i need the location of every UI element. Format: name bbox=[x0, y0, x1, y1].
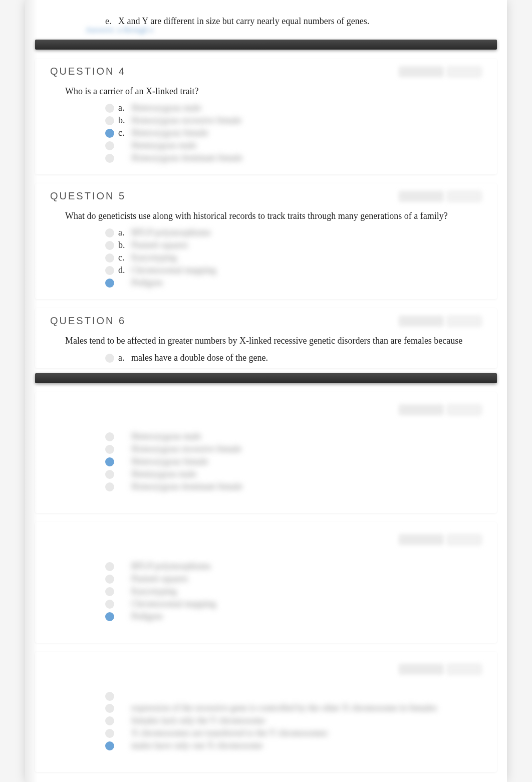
option-text: Heterozygous male bbox=[131, 103, 201, 113]
option-row[interactable]: Heterozygous female bbox=[35, 455, 497, 468]
question-prompt: Who is a carrier of an X-linked trait? bbox=[35, 82, 497, 102]
option-text: Karyotyping bbox=[131, 586, 177, 597]
points-chip bbox=[399, 316, 482, 327]
option-text: Hemizygous male bbox=[131, 469, 196, 479]
option-row[interactable]: Punnett squares bbox=[35, 573, 497, 585]
radio-icon[interactable] bbox=[105, 692, 114, 701]
radio-icon[interactable] bbox=[105, 741, 114, 750]
radio-icon[interactable] bbox=[105, 716, 114, 725]
page: e. X and Y are different in size but car… bbox=[25, 0, 507, 782]
option-text: Heterozygous female bbox=[131, 128, 208, 138]
option-text: Homozygous recessive female bbox=[131, 444, 241, 454]
option-row[interactable]: a.RFLP polymorphisms bbox=[35, 226, 497, 239]
radio-icon[interactable] bbox=[105, 279, 114, 288]
question-title: QUESTION 5 bbox=[50, 190, 126, 202]
question-prompt: What do geneticists use along with histo… bbox=[35, 207, 497, 226]
question-6: QUESTION 6 Males tend to be affected in … bbox=[35, 308, 497, 368]
radio-icon[interactable] bbox=[105, 470, 114, 479]
option-row[interactable]: c.Heterozygous female bbox=[35, 127, 497, 139]
option-text: Homozygous dominant female bbox=[131, 153, 242, 163]
save-blur bbox=[447, 316, 482, 327]
option-row[interactable] bbox=[35, 690, 497, 702]
radio-icon[interactable] bbox=[105, 266, 114, 275]
points-blur bbox=[399, 664, 444, 675]
options-list: expression of the recessive gene is cont… bbox=[35, 690, 497, 752]
points-chip bbox=[399, 404, 482, 415]
option-text: RFLP polymorphisms bbox=[131, 561, 211, 572]
option-row[interactable]: Chromosomal mapping bbox=[35, 598, 497, 610]
radio-icon[interactable] bbox=[105, 141, 114, 150]
radio-icon[interactable] bbox=[105, 241, 114, 250]
option-row[interactable]: RFLP polymorphisms bbox=[35, 560, 497, 573]
radio-icon[interactable] bbox=[105, 129, 114, 138]
question-title: QUESTION 4 bbox=[50, 66, 126, 77]
option-row[interactable]: c.Karyotyping bbox=[35, 251, 497, 264]
option-row[interactable]: Hemizygous male bbox=[35, 468, 497, 480]
radio-icon[interactable] bbox=[105, 600, 114, 609]
radio-icon[interactable] bbox=[105, 253, 114, 263]
option-text: Hemizygous male bbox=[131, 140, 196, 151]
option-row[interactable]: Homozygous recessive female bbox=[35, 443, 497, 455]
dup-block-7: Heterozygous maleHomozygous recessive fe… bbox=[35, 392, 497, 513]
option-text: expression of the recessive gene is cont… bbox=[131, 703, 437, 713]
save-blur bbox=[447, 191, 482, 202]
option-row[interactable]: females lack only the Y chromosome bbox=[35, 714, 497, 727]
radio-icon[interactable] bbox=[105, 116, 114, 125]
option-row[interactable]: Homozygous dominant female bbox=[35, 480, 497, 493]
points-chip bbox=[399, 191, 482, 202]
answers-link-blurred: Answers: a through e bbox=[25, 26, 507, 35]
radio-icon[interactable] bbox=[105, 704, 114, 713]
option-row[interactable]: Homozygous dominant female bbox=[35, 152, 497, 164]
option-text: Karyotyping bbox=[131, 252, 177, 263]
points-blur bbox=[399, 316, 444, 327]
option-row[interactable]: X chromosomes are transferred to the Y c… bbox=[35, 727, 497, 739]
option-row[interactable]: a.Heterozygous male bbox=[35, 102, 497, 114]
option-row[interactable]: Karyotyping bbox=[35, 585, 497, 598]
radio-icon[interactable] bbox=[105, 482, 114, 491]
radio-icon[interactable] bbox=[105, 154, 114, 163]
option-row[interactable]: Pedigree bbox=[35, 610, 497, 623]
question-title: QUESTION 6 bbox=[50, 315, 126, 327]
options-list: RFLP polymorphismsPunnett squaresKaryoty… bbox=[35, 560, 497, 623]
save-blur bbox=[447, 664, 482, 675]
radio-icon[interactable] bbox=[105, 432, 114, 441]
option-row[interactable]: Pedigree bbox=[35, 277, 497, 289]
points-chip bbox=[399, 664, 482, 675]
option-row[interactable]: Heterozygous male bbox=[35, 430, 497, 443]
radio-icon[interactable] bbox=[105, 562, 114, 571]
option-row[interactable]: a.males have a double dose of the gene. bbox=[35, 352, 497, 364]
options-list: Heterozygous maleHomozygous recessive fe… bbox=[35, 430, 497, 493]
option-text: Chromosomal mapping bbox=[131, 265, 216, 276]
radio-icon[interactable] bbox=[105, 575, 114, 584]
radio-icon[interactable] bbox=[105, 587, 114, 596]
option-row[interactable]: b.Punnett squares bbox=[35, 239, 497, 251]
option-text: X and Y are different in size but carry … bbox=[118, 16, 369, 27]
option-letter: a. bbox=[118, 353, 128, 363]
radio-icon[interactable] bbox=[105, 228, 114, 237]
option-text: Pedigree bbox=[131, 611, 163, 622]
option-text: males have only one X chromosome bbox=[131, 740, 262, 751]
separator-bar bbox=[35, 40, 497, 50]
option-row[interactable]: b.Homozygous recessive female bbox=[35, 114, 497, 127]
question-header: QUESTION 4 bbox=[35, 59, 497, 82]
option-row[interactable]: d.Chromosomal mapping bbox=[35, 264, 497, 277]
radio-icon[interactable] bbox=[105, 612, 114, 621]
radio-icon[interactable] bbox=[105, 457, 114, 466]
option-row[interactable]: expression of the recessive gene is cont… bbox=[35, 702, 497, 714]
radio-icon[interactable] bbox=[105, 445, 114, 454]
radio-icon[interactable] bbox=[105, 354, 114, 363]
points-blur bbox=[399, 404, 444, 415]
option-row[interactable]: Hemizygous male bbox=[35, 139, 497, 152]
dup-block-8: RFLP polymorphismsPunnett squaresKaryoty… bbox=[35, 522, 497, 643]
option-letter: a. bbox=[118, 227, 128, 238]
option-text: Homozygous recessive female bbox=[131, 115, 241, 126]
question-prompt: Males tend to be affected in greater num… bbox=[35, 332, 497, 351]
option-letter: b. bbox=[118, 115, 128, 126]
option-letter: e. bbox=[105, 16, 115, 27]
dup-block-9: expression of the recessive gene is cont… bbox=[35, 652, 497, 772]
radio-icon[interactable] bbox=[105, 104, 114, 113]
option-row[interactable]: males have only one X chromosome bbox=[35, 739, 497, 752]
points-blur bbox=[399, 534, 444, 545]
radio-icon[interactable] bbox=[105, 729, 114, 738]
option-letter: a. bbox=[118, 103, 128, 113]
